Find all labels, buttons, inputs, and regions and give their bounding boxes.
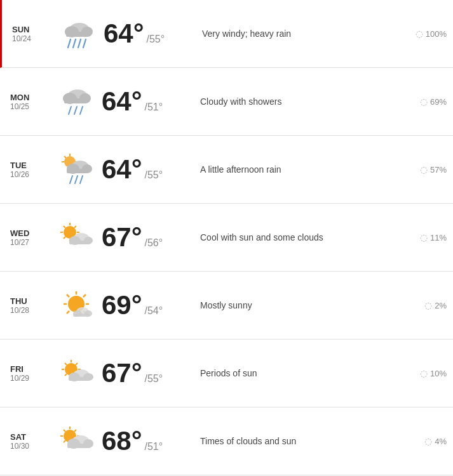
precipitation-value: 69% (430, 97, 447, 107)
temperature-column: 67° /56° (102, 222, 194, 253)
temp-low: /55° (147, 34, 165, 45)
precipitation-column: ◌ 69% (402, 96, 447, 107)
day-name: THU (10, 296, 51, 306)
weather-row: TUE 10/26 64° /55° A l (0, 136, 453, 204)
precipitation-value: 4% (435, 437, 447, 446)
temp-low: /56° (145, 237, 163, 249)
day-date: 10/24 (12, 34, 53, 43)
temp-low: /55° (145, 169, 163, 181)
svg-rect-54 (73, 314, 90, 317)
precipitation-column: ◌ 100% (402, 29, 447, 39)
weather-description: Periods of sun (194, 368, 402, 378)
temp-high: 69° (102, 290, 142, 321)
svg-line-5 (73, 39, 76, 48)
day-date: 10/26 (10, 170, 51, 179)
day-name: SAT (10, 432, 51, 442)
temp-high: 68° (102, 426, 142, 456)
svg-line-14 (80, 107, 83, 114)
precipitation-icon: ◌ (420, 368, 428, 378)
weather-description: Cloudy with showers (194, 96, 402, 107)
svg-line-60 (65, 363, 67, 365)
svg-line-28 (80, 176, 83, 183)
weather-icon (53, 15, 104, 53)
day-date: 10/30 (10, 442, 51, 451)
precipitation-value: 100% (426, 29, 447, 39)
weather-row: FRI 10/29 67° /55° Periods of sun (0, 340, 453, 407)
day-column: WED 10/27 (6, 228, 51, 247)
day-column: MON 10/25 (6, 93, 51, 111)
weather-description: Times of clouds and sun (194, 436, 402, 446)
svg-line-27 (75, 176, 78, 183)
svg-line-36 (64, 237, 65, 239)
day-date: 10/28 (10, 306, 51, 315)
weather-icon (51, 83, 102, 121)
day-date: 10/25 (10, 102, 51, 111)
precipitation-column: ◌ 57% (402, 164, 447, 175)
temperature-column: 64° /55° (102, 154, 194, 185)
weather-row: THU 10/28 69° /54° Mostly sunny (0, 272, 453, 340)
precipitation-icon: ◌ (424, 436, 432, 446)
temp-low: /54° (145, 305, 163, 317)
temp-low: /55° (145, 373, 163, 385)
svg-line-7 (83, 39, 86, 48)
weather-description: A little afternoon rain (194, 164, 402, 175)
temp-high: 67° (102, 358, 142, 388)
weather-row: SUN 10/24 64° /55° Very windy; heavy rai… (0, 0, 453, 68)
day-date: 10/29 (10, 374, 51, 383)
weather-description: Cool with sun and some clouds (194, 232, 402, 242)
weather-row: MON 10/25 64° /51° Cloudy with showers ◌… (0, 68, 453, 136)
precipitation-value: 57% (430, 165, 447, 175)
svg-line-6 (78, 39, 81, 48)
temperature-column: 64° /55° (104, 18, 196, 49)
svg-line-49 (67, 311, 69, 314)
day-column: TUE 10/26 (6, 161, 51, 179)
weather-icon (51, 286, 102, 324)
temperature-column: 69° /54° (102, 290, 194, 321)
weather-row: WED 10/27 67° /56° Cool with sun and (0, 204, 453, 272)
svg-rect-11 (64, 98, 86, 103)
precipitation-column: ◌ 4% (402, 436, 447, 446)
day-column: THU 10/28 (6, 296, 51, 315)
weather-icon (51, 150, 102, 188)
svg-rect-25 (67, 169, 88, 173)
day-name: FRI (10, 364, 51, 374)
temp-low: /51° (145, 102, 163, 113)
svg-line-73 (64, 430, 65, 432)
day-name: MON (10, 93, 51, 102)
precipitation-icon: ◌ (420, 96, 428, 107)
svg-line-4 (68, 39, 71, 48)
svg-rect-3 (66, 32, 88, 37)
weather-description: Mostly sunny (194, 300, 402, 310)
weather-icon (51, 422, 102, 460)
temperature-column: 64° /51° (102, 86, 194, 117)
temp-high: 64° (104, 18, 144, 49)
precipitation-icon: ◌ (424, 300, 432, 310)
svg-line-50 (83, 294, 86, 297)
temp-high: 64° (102, 86, 142, 117)
precipitation-icon: ◌ (416, 29, 423, 39)
svg-rect-80 (67, 444, 90, 448)
day-column: SUN 10/24 (8, 25, 53, 43)
day-column: SAT 10/30 (6, 432, 51, 451)
precipitation-value: 2% (435, 301, 447, 310)
svg-line-13 (74, 107, 77, 114)
svg-rect-41 (69, 241, 90, 244)
precipitation-value: 10% (430, 369, 447, 378)
temperature-column: 68° /51° (102, 426, 194, 456)
day-column: FRI 10/29 (6, 364, 51, 383)
precipitation-icon: ◌ (420, 232, 428, 242)
weather-description: Very windy; heavy rain (196, 29, 402, 39)
svg-rect-67 (69, 377, 90, 381)
day-name: SUN (12, 25, 53, 34)
temp-low: /51° (145, 441, 163, 453)
svg-line-76 (74, 430, 76, 432)
weather-forecast-list: SUN 10/24 64° /55° Very windy; heavy rai… (0, 0, 453, 475)
day-name: WED (10, 228, 51, 238)
svg-line-20 (64, 156, 66, 158)
temp-high: 64° (102, 154, 142, 185)
svg-line-26 (70, 176, 72, 183)
precipitation-value: 11% (430, 233, 447, 242)
weather-row: SAT 10/30 68° /51° Times of clouds a (0, 407, 453, 475)
weather-icon (51, 354, 102, 392)
precipitation-icon: ◌ (420, 164, 428, 175)
